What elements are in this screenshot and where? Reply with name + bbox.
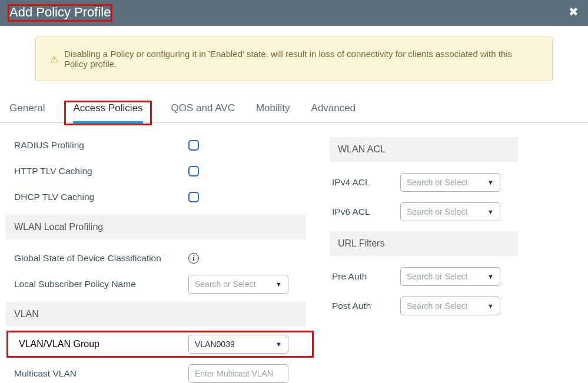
- label-vlan-group: VLAN/VLAN Group: [8, 339, 188, 349]
- section-wlan-local-profiling: WLAN Local Profiling: [6, 215, 306, 239]
- tab-access-policies[interactable]: Access Policies: [73, 102, 142, 124]
- chevron-down-icon: ▼: [275, 341, 282, 348]
- row-multicast-vlan: Multicast VLAN Enter Multicast VLAN: [6, 361, 306, 383]
- section-wlan-acl: WLAN ACL: [330, 137, 518, 162]
- select-post-auth[interactable]: Search or Select ▼: [400, 297, 500, 315]
- select-ipv6-placeholder: Search or Select: [407, 207, 468, 217]
- row-local-subscriber: Local Subscriber Policy Name Search or S…: [6, 271, 306, 297]
- section-vlan: VLAN: [6, 302, 306, 327]
- right-column: WLAN ACL IPv4 ACL Search or Select ▼ IPv…: [306, 132, 553, 383]
- content-area: RADIUS Profiling HTTP TLV Caching DHCP T…: [0, 123, 588, 383]
- select-vlan-value: VLAN0039: [195, 339, 235, 349]
- row-ipv4-acl: IPv4 ACL Search or Select ▼: [330, 168, 553, 197]
- section-url-filters: URL Filters: [330, 231, 518, 256]
- warning-alert: ⚠ Disabling a Policy or configuring it i…: [35, 36, 553, 81]
- row-ipv6-acl: IPv6 ACL Search or Select ▼: [330, 197, 553, 227]
- select-post-auth-placeholder: Search or Select: [407, 301, 468, 311]
- select-pre-auth-placeholder: Search or Select: [407, 272, 468, 281]
- label-pre-auth: Pre Auth: [330, 271, 400, 282]
- warning-icon: ⚠: [50, 54, 58, 65]
- tab-mobility[interactable]: Mobility: [256, 102, 290, 122]
- label-local-subscriber: Local Subscriber Policy Name: [6, 279, 188, 289]
- warning-text: Disabling a Policy or configuring it in …: [64, 49, 538, 69]
- select-local-subscriber[interactable]: Search or Select ▼: [188, 275, 288, 294]
- chevron-down-icon: ▼: [487, 273, 494, 280]
- select-local-subscriber-placeholder: Search or Select: [195, 279, 256, 289]
- tab-general[interactable]: General: [9, 102, 45, 122]
- chevron-down-icon: ▼: [487, 208, 494, 215]
- chevron-down-icon: ▼: [487, 179, 494, 186]
- label-multicast-vlan: Multicast VLAN: [6, 368, 188, 379]
- label-ipv4-acl: IPv4 ACL: [330, 177, 400, 188]
- select-vlan-group[interactable]: VLAN0039 ▼: [188, 335, 288, 354]
- input-multicast-vlan[interactable]: Enter Multicast VLAN: [188, 364, 288, 383]
- tab-access-highlight: Access Policies: [66, 102, 150, 124]
- input-multicast-placeholder: Enter Multicast VLAN: [195, 369, 273, 378]
- select-ipv4-placeholder: Search or Select: [407, 178, 468, 187]
- tab-bar: General Access Policies QOS and AVC Mobi…: [0, 81, 588, 123]
- tab-qos-avc[interactable]: QOS and AVC: [171, 102, 235, 122]
- label-global-state: Global State of Device Classification: [6, 250, 188, 267]
- checkbox-http-tlv[interactable]: [188, 166, 199, 176]
- label-dhcp-tlv: DHCP TLV Caching: [6, 192, 188, 202]
- info-icon[interactable]: i: [188, 253, 199, 264]
- select-ipv6-acl[interactable]: Search or Select ▼: [400, 202, 500, 221]
- row-dhcp-tlv: DHCP TLV Caching: [6, 184, 306, 210]
- row-global-state: Global State of Device Classification i: [6, 245, 306, 271]
- select-ipv4-acl[interactable]: Search or Select ▼: [400, 173, 500, 192]
- chevron-down-icon: ▼: [487, 302, 494, 309]
- row-post-auth: Post Auth Search or Select ▼: [330, 291, 553, 321]
- close-icon[interactable]: ✖: [569, 5, 579, 19]
- modal-title: Add Policy Profile: [9, 5, 111, 19]
- row-radius-profiling: RADIUS Profiling: [6, 132, 306, 158]
- chevron-down-icon: ▼: [275, 281, 282, 288]
- vlan-row-highlight: VLAN/VLAN Group VLAN0039 ▼: [8, 332, 312, 356]
- modal-title-highlight: Add Policy Profile: [8, 5, 112, 21]
- select-pre-auth[interactable]: Search or Select ▼: [400, 267, 500, 286]
- checkbox-dhcp-tlv[interactable]: [188, 192, 199, 202]
- left-column: RADIUS Profiling HTTP TLV Caching DHCP T…: [0, 132, 306, 383]
- label-post-auth: Post Auth: [330, 301, 400, 311]
- row-pre-auth: Pre Auth Search or Select ▼: [330, 262, 553, 291]
- row-http-tlv: HTTP TLV Caching: [6, 158, 306, 184]
- label-http-tlv: HTTP TLV Caching: [6, 166, 188, 176]
- checkbox-radius-profiling[interactable]: [188, 140, 199, 151]
- modal-header: Add Policy Profile ✖: [0, 0, 588, 26]
- label-ipv6-acl: IPv6 ACL: [330, 207, 400, 217]
- label-radius-profiling: RADIUS Profiling: [6, 140, 188, 151]
- tab-advanced[interactable]: Advanced: [311, 102, 356, 122]
